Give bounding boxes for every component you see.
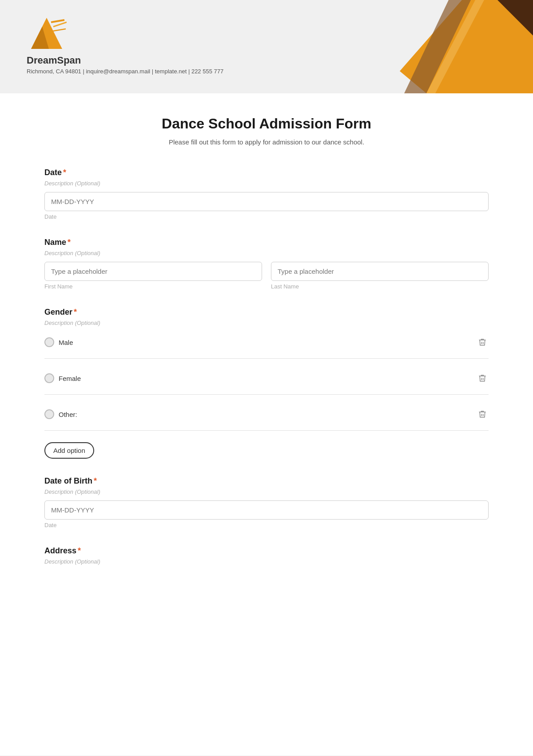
gender-option-male: Male xyxy=(44,332,489,353)
dob-label: Date of Birth* xyxy=(44,476,489,486)
company-name: DreamSpan xyxy=(27,55,81,66)
last-name-col: Last Name xyxy=(271,262,489,290)
last-name-input[interactable] xyxy=(271,262,489,281)
radio-circle-other[interactable] xyxy=(44,409,54,419)
delete-female-button[interactable] xyxy=(476,372,489,384)
required-star-name: * xyxy=(68,238,71,247)
divider-2 xyxy=(44,394,489,395)
dob-section: Date of Birth* Description (Optional) Da… xyxy=(44,476,489,528)
dob-description: Description (Optional) xyxy=(44,488,489,495)
gender-section: Gender* Description (Optional) Male xyxy=(44,308,489,459)
date-description: Description (Optional) xyxy=(44,180,489,187)
dob-sublabel: Date xyxy=(44,522,489,528)
radio-circle-female[interactable] xyxy=(44,373,54,383)
svg-line-2 xyxy=(51,20,64,22)
gender-label: Gender* xyxy=(44,308,489,317)
required-star: * xyxy=(63,168,66,177)
svg-line-3 xyxy=(53,22,67,27)
first-name-sublabel: First Name xyxy=(44,283,262,290)
gender-radio-group: Male Female xyxy=(44,332,489,438)
form-subtitle: Please fill out this form to apply for a… xyxy=(44,138,489,146)
radio-label-other: Other: xyxy=(59,411,77,418)
company-info: Richmond, CA 94801 | inquire@dreamspan.m… xyxy=(27,68,223,75)
name-description: Description (Optional) xyxy=(44,250,489,256)
date-sublabel: Date xyxy=(44,213,489,220)
divider-3 xyxy=(44,430,489,431)
date-section: Date* Description (Optional) Date xyxy=(44,168,489,220)
radio-label-male: Male xyxy=(59,339,73,346)
header-decoration xyxy=(346,0,533,93)
gender-option-other: Other: xyxy=(44,404,489,425)
add-option-button[interactable]: Add option xyxy=(44,442,94,459)
first-name-col: First Name xyxy=(44,262,262,290)
address-section: Address* Description (Optional) xyxy=(44,546,489,565)
radio-label-female: Female xyxy=(59,375,81,382)
address-label: Address* xyxy=(44,546,489,556)
company-logo xyxy=(27,13,67,51)
page-header: DreamSpan Richmond, CA 94801 | inquire@d… xyxy=(0,0,533,93)
divider-1 xyxy=(44,358,489,359)
gender-description: Description (Optional) xyxy=(44,320,489,326)
form-title: Dance School Admission Form xyxy=(44,116,489,132)
date-label: Date* xyxy=(44,168,489,177)
radio-circle-male[interactable] xyxy=(44,337,54,347)
first-name-input[interactable] xyxy=(44,262,262,281)
required-star-gender: * xyxy=(74,308,77,316)
main-content: Dance School Admission Form Please fill … xyxy=(0,93,533,756)
required-star-address: * xyxy=(78,546,81,555)
address-description: Description (Optional) xyxy=(44,558,489,565)
name-row: First Name Last Name xyxy=(44,262,489,290)
svg-line-4 xyxy=(52,29,66,31)
name-label: Name* xyxy=(44,238,489,247)
required-star-dob: * xyxy=(94,476,97,485)
delete-male-button[interactable] xyxy=(476,336,489,348)
date-input[interactable] xyxy=(44,192,489,211)
gender-option-female: Female xyxy=(44,368,489,389)
last-name-sublabel: Last Name xyxy=(271,283,489,290)
name-section: Name* Description (Optional) First Name … xyxy=(44,238,489,290)
dob-input[interactable] xyxy=(44,500,489,520)
delete-other-button[interactable] xyxy=(476,408,489,420)
